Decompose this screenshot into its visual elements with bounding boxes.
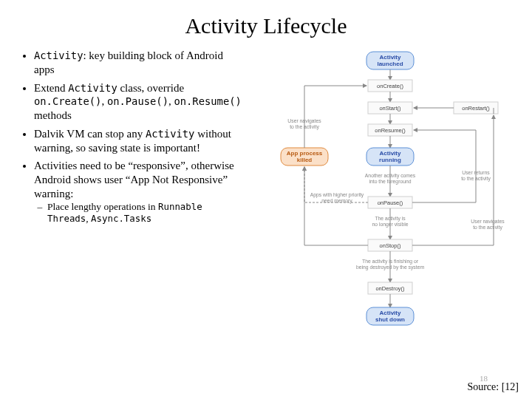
sub-bullet: Place lengthy operations in Runnable Thr… xyxy=(47,201,242,226)
code: on.Create() xyxy=(34,95,101,107)
bullet-column: Activity: key building block of Android … xyxy=(21,49,242,366)
code-activity: Activity xyxy=(34,50,83,61)
state-killed-l2: killed xyxy=(297,157,313,163)
slide-title: Activity Lifecycle xyxy=(21,13,511,38)
code: on.Resume() xyxy=(174,95,241,107)
cb-oncreate: onCreate() xyxy=(377,83,403,89)
lifecycle-diagram: Activitylaunched onCreate() onStart() on… xyxy=(250,49,516,366)
state-shutdown-l1: Activity xyxy=(380,310,401,316)
t: Place lengthy operations in xyxy=(47,201,158,212)
bullet-1: Activity: key building block of Android … xyxy=(34,49,242,77)
code: on.Pause() xyxy=(107,95,168,107)
label-foreground: Another activity comesinto the foregroun… xyxy=(365,173,416,185)
state-shutdown-l2: shut down xyxy=(375,316,405,323)
cb-onpause: onPause() xyxy=(378,200,403,206)
svg-text:Activitylaunched: Activitylaunched xyxy=(377,54,403,67)
state-killed-l1: App process xyxy=(287,150,323,157)
t: methods xyxy=(34,109,72,121)
cb-onstart: onStart() xyxy=(379,105,401,112)
svg-text:Activityshut down: Activityshut down xyxy=(375,310,405,323)
t: class, override xyxy=(117,82,184,94)
t: Activities need to be “responsive”, othe… xyxy=(34,160,234,200)
label-no-longer-visible: The activity isno longer visible xyxy=(372,216,408,228)
label-user-returns: User returnsto the activity xyxy=(461,170,491,182)
code: Async.Tasks xyxy=(91,213,151,224)
label-user-navigates: User navigatesto the activity xyxy=(287,118,321,130)
cb-ondestroy: onDestroy() xyxy=(375,285,405,292)
source-citation: Source: [12] xyxy=(467,381,519,393)
cb-onstop: onStop() xyxy=(380,242,401,249)
cb-onresume: onResume() xyxy=(375,127,406,134)
code: Activity xyxy=(68,82,117,94)
bullet-2: Extend Activity class, override on.Creat… xyxy=(34,81,242,123)
svg-text:Activityrunning: Activityrunning xyxy=(379,150,401,163)
t: , xyxy=(101,95,107,107)
label-user-navigates-to: User navigatesto the activity xyxy=(471,219,505,231)
t: Extend xyxy=(34,82,68,94)
state-launched-l1: Activity xyxy=(380,54,401,61)
bullet-3: Dalvik VM can stop any Activity without … xyxy=(34,127,242,155)
code: Activity xyxy=(146,128,194,140)
state-running-l1: Activity xyxy=(380,150,401,157)
cb-onrestart: onRestart() xyxy=(462,105,490,112)
t: Dalvik VM can stop any xyxy=(34,128,146,140)
label-finishing: The activity is finishing orbeing destro… xyxy=(356,259,425,270)
state-launched-l2: launched xyxy=(377,61,403,67)
state-running-l2: running xyxy=(379,157,401,163)
bullet-4: Activities need to be “responsive”, othe… xyxy=(34,159,242,225)
